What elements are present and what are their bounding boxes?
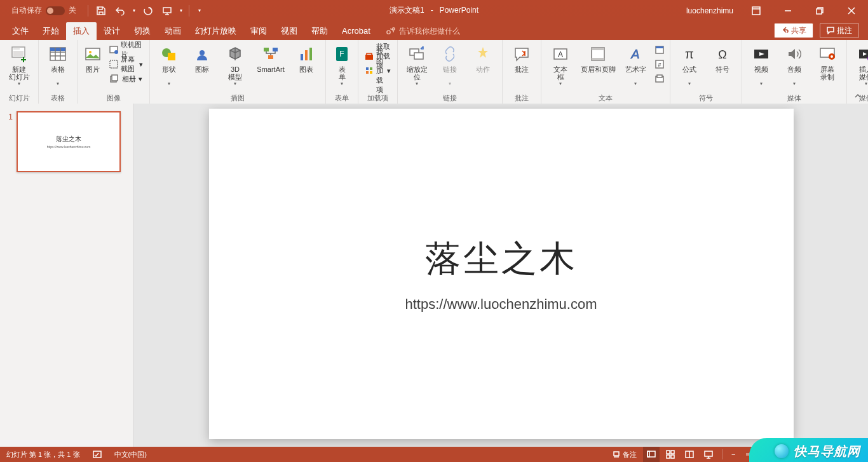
slide-canvas-area[interactable]: 落尘之木 https://www.luochenzhimu.com (134, 104, 868, 447)
save-button[interactable] (95, 4, 107, 17)
slideshow-from-start-button[interactable] (161, 4, 173, 17)
slide-number-button[interactable]: # (653, 57, 666, 71)
tab-help[interactable]: 帮助 (304, 22, 335, 40)
comments-pane-button[interactable]: 批注 (820, 23, 859, 38)
3d-models-button[interactable]: 3D 模型▾ (220, 43, 250, 88)
svg-rect-0 (163, 8, 171, 13)
reading-view-button[interactable] (681, 447, 698, 462)
collapse-ribbon-button[interactable] (853, 91, 863, 101)
tab-design[interactable]: 设计 (97, 22, 127, 40)
undo-dropdown-icon[interactable]: ▾ (133, 8, 135, 13)
slide-thumbnail[interactable]: 1 落尘之木 https://www.luochenzhimu.com (0, 109, 133, 175)
date-time-button[interactable] (653, 43, 666, 57)
icons-button[interactable]: 图标 (187, 43, 217, 82)
slideshow-view-button[interactable] (700, 447, 717, 462)
slide-title[interactable]: 落尘之木 (425, 235, 578, 283)
comment-icon (512, 44, 532, 64)
dropdown-icon: ▾ (18, 81, 20, 86)
forms-button[interactable]: F 表 单▾ (330, 43, 354, 88)
svg-rect-20 (273, 48, 278, 51)
symbol-button[interactable]: Ω 符号 (707, 43, 738, 82)
svg-rect-28 (366, 67, 369, 70)
comment-button[interactable]: 批注 (506, 43, 537, 82)
fit-to-window-button[interactable] (848, 447, 864, 462)
tab-insert[interactable]: 插入 (66, 22, 97, 40)
ribbon-group-comments: 批注 批注 (503, 40, 541, 104)
zoom-button[interactable]: 缩放定 位▾ (402, 43, 432, 88)
new-slide-button[interactable]: 新建 幻灯片 ▾ (4, 43, 34, 88)
svg-rect-27 (365, 55, 373, 60)
screenshot-button[interactable]: 屏幕截图 ▾ (107, 57, 146, 71)
redo-button[interactable] (142, 4, 154, 17)
slide-sorter-view-button[interactable] (662, 447, 679, 462)
slide-thumbnail-pane[interactable]: 1 落尘之木 https://www.luochenzhimu.com (0, 104, 134, 447)
video-button[interactable]: 视频▾ (746, 43, 776, 88)
slide[interactable]: 落尘之木 https://www.luochenzhimu.com (209, 109, 794, 439)
slide-position[interactable]: 幻灯片 第 1 张，共 1 张 (6, 450, 80, 459)
language-status[interactable]: 中文(中国) (114, 450, 147, 459)
svg-rect-24 (309, 48, 312, 60)
tab-review[interactable]: 审阅 (243, 22, 274, 40)
smartart-button[interactable]: SmartArt (253, 43, 288, 82)
svg-rect-6 (13, 48, 20, 50)
header-footer-button[interactable]: 页眉和页脚 (578, 43, 618, 82)
svg-rect-38 (592, 58, 604, 60)
signed-in-user[interactable]: luochenzhimu (686, 6, 737, 15)
undo-button[interactable] (114, 4, 126, 17)
ribbon-display-options-button[interactable] (743, 0, 769, 21)
svg-rect-19 (264, 48, 269, 51)
slideshow-dropdown-icon[interactable]: ▾ (180, 8, 182, 13)
textbox-button[interactable]: A 文本 框▾ (545, 43, 576, 88)
comments-label: 批注 (837, 25, 852, 36)
object-button[interactable] (653, 72, 666, 86)
action-button[interactable]: 动作 (468, 43, 498, 82)
shapes-button[interactable]: 形状▾ (154, 43, 184, 88)
tab-transitions[interactable]: 切换 (127, 22, 158, 40)
normal-view-button[interactable] (643, 447, 660, 462)
tab-file[interactable]: 文件 (5, 22, 36, 40)
audio-button[interactable]: 音频▾ (779, 43, 810, 88)
notes-button[interactable]: 备注 (609, 447, 641, 462)
zoom-in-button[interactable]: + (810, 447, 821, 462)
link-button[interactable]: 链接▾ (435, 43, 465, 88)
autosave-switch-icon[interactable] (46, 6, 65, 15)
action-icon (473, 44, 493, 64)
qat-customize-icon[interactable]: ▾ (196, 8, 203, 13)
minimize-button[interactable] (775, 0, 801, 21)
video-icon (751, 44, 771, 64)
tab-animations[interactable]: 动画 (158, 22, 188, 40)
zoom-slider-thumb[interactable] (780, 451, 785, 458)
screen-recording-button[interactable]: 屏幕 录制 (812, 43, 843, 82)
tab-home[interactable]: 开始 (36, 22, 66, 40)
share-button[interactable]: 共享 (774, 23, 813, 38)
slide-subtitle[interactable]: https://www.luochenzhimu.com (405, 296, 597, 313)
forms-icon: F (332, 44, 352, 64)
wordart-icon: A (625, 44, 646, 64)
pictures-button[interactable]: 图片 (81, 43, 104, 82)
photo-album-button[interactable]: 相册 ▾ (107, 72, 146, 86)
insert-media-button[interactable]: 插入 媒体▾ (851, 43, 868, 88)
ribbon-group-addins: 获取加载项 我的加载项 ▾ 加载项 (358, 40, 398, 104)
svg-point-12 (114, 50, 118, 54)
table-button[interactable]: 表格 ▾ (43, 43, 73, 88)
online-pictures-icon (109, 44, 118, 55)
spellcheck-button[interactable] (89, 447, 105, 462)
tab-acrobat[interactable]: Acrobat (335, 22, 377, 40)
tab-view[interactable]: 视图 (274, 22, 304, 40)
zoom-out-button[interactable]: − (728, 447, 739, 462)
tell-me-search[interactable]: 告诉我你想做什么 (386, 22, 460, 40)
my-addins-button[interactable]: 我的加载项 ▾ (362, 64, 393, 78)
zoom-percent[interactable]: 72% (824, 451, 845, 458)
zoom-slider[interactable] (746, 453, 803, 456)
svg-point-18 (200, 50, 205, 55)
equation-button[interactable]: π 公式▾ (674, 43, 705, 88)
slide-thumbnail-preview[interactable]: 落尘之木 https://www.luochenzhimu.com (17, 111, 121, 172)
equation-icon: π (679, 44, 700, 64)
autosave-toggle[interactable]: 自动保存 关 (0, 5, 76, 16)
restore-button[interactable] (807, 0, 832, 21)
wordart-button[interactable]: A 艺术字▾ (620, 43, 651, 88)
close-button[interactable] (839, 0, 864, 21)
tab-slideshow[interactable]: 幻灯片放映 (188, 22, 243, 40)
chart-button[interactable]: 图表 (291, 43, 322, 82)
svg-rect-60 (671, 455, 674, 458)
